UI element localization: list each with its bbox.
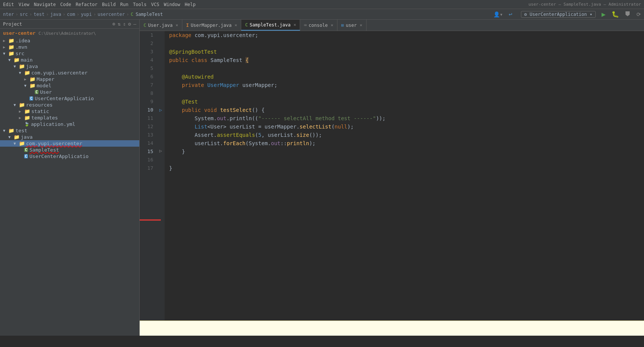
breadcrumb-java[interactable]: java [50,12,61,17]
line-num-7: 7 [140,81,156,89]
line-num-2: 2 [140,39,156,48]
tab-close-button[interactable]: ✕ [235,23,237,28]
menu-refactor[interactable]: Refactor [76,2,98,7]
breadcrumb-nter[interactable]: nter [3,12,14,17]
folder-icon: 📁 [24,115,30,121]
arrow-icon: ▶ [24,77,29,81]
menu-navigate[interactable]: Navigate [34,2,56,7]
menu-help[interactable]: Help [185,2,196,7]
c-blue-file-icon: C [24,154,28,158]
menu-window[interactable]: Window [164,2,180,7]
code-line-14: userList.forEach(System.out::println); [169,139,644,147]
tree-label: java [26,64,38,69]
tree-item-com-yupi[interactable]: ▼ 📁 com.yupi.usercenter [0,70,139,76]
c-blue-file-icon: C [29,96,33,101]
code-line-15: } [169,147,644,156]
breadcrumb-yupi[interactable]: yupi [81,12,92,17]
folder-icon: 📁 [8,51,14,56]
line-num-10: 10 [140,106,156,114]
tree-item-usercenter-app-test[interactable]: C UserCenterApplicatio [0,153,139,160]
tree-item-java-test[interactable]: ▼ 📁 java [0,134,139,140]
tab-close-button[interactable]: ✕ [360,23,362,28]
run-button[interactable]: ▶ [601,10,605,18]
code-line-13: Assert.assertEquals(5, userList.size()); [169,131,644,139]
breadcrumb-test[interactable]: test [34,12,45,17]
tree-label: application.yml [31,121,75,127]
arrow-icon: ▶ [19,109,24,113]
line-num-3: 3 [140,48,156,56]
breadcrumb-bar: nter › src › test › java › com › yupi › … [0,9,644,20]
breadcrumb-com[interactable]: com [67,12,75,17]
menu-code[interactable]: Code [60,2,71,7]
line-num-13: 13 [140,131,156,139]
tab-i-icon: I [186,23,189,28]
tree-item-java-main[interactable]: ▼ 📁 java [0,63,139,70]
tree-label: .idea [15,38,30,43]
code-line-17: } [169,164,644,172]
user-icon[interactable]: 👤▾ [493,11,503,17]
tree-item-com-yupi-test[interactable]: ▼ 📁 com.yupi.usercenter [0,140,139,147]
tree-item-templates[interactable]: ▶ 📁 templates [0,115,139,121]
tree-label: Mapper [37,76,54,82]
tree-label: com.yupi.usercenter [31,70,88,76]
menu-tools[interactable]: Tools [133,2,146,7]
console-icon: ⌨ [304,23,307,28]
more-run-actions[interactable]: ⟳ [636,11,641,17]
menu-build[interactable]: Build [102,2,116,7]
breadcrumb-sampletest[interactable]: SampleTest [136,12,163,17]
tree-item-usercenter-app[interactable]: C UserCenterApplicatio [0,95,139,102]
code-line-6: @Autowired [169,73,644,81]
tree-item-mapper[interactable]: ▶ 📁 Mapper [0,76,139,82]
run-gutter-icon-10[interactable]: ▷ [159,106,162,114]
code-editor[interactable]: 1 2 3 4 5 6 7 8 9 10 11 12 13 14 15 16 1… [140,31,644,321]
title-right: user-center – SampleTest.java – Administ… [528,2,641,7]
sidebar-settings-icon[interactable]: ⚙ [128,21,131,27]
menu-vcs[interactable]: VCS [151,2,159,7]
breadcrumb-usercenter[interactable]: usercenter [97,12,125,17]
tree-item-application-yml[interactable]: 🍃 application.yml [0,121,139,127]
tree-label: model [37,83,51,88]
tab-sampletest-java[interactable]: C SampleTest.java ✕ [241,20,300,31]
menu-view[interactable]: View [18,2,29,7]
tree-item-resources[interactable]: ▼ 📁 resources [0,102,139,108]
menu-edit[interactable]: Edit [3,2,14,7]
tree-item-idea[interactable]: ▶ 📁 .idea [0,37,139,44]
tree-label: static [31,108,49,114]
sidebar-close-icon[interactable]: — [133,21,136,27]
project-root: user-center C:\Users\Administrator\ [0,29,139,37]
tree-item-test[interactable]: ▼ 📁 test [0,127,139,134]
sidebar-scope-icon[interactable]: ⊕ [112,21,116,27]
tab-close-button[interactable]: ✕ [294,22,296,27]
tree-item-user-class[interactable]: C User [0,89,139,95]
tab-user-table[interactable]: ⊞ user ✕ [337,20,367,31]
run-config-selector[interactable]: ⚙ UserCenterApplication ▾ [521,11,596,18]
tab-console[interactable]: ⌨ console ✕ [300,20,337,31]
tab-close-button[interactable]: ✕ [331,23,333,28]
breadcrumb-src[interactable]: src [20,12,28,17]
tab-user-java[interactable]: C User.java ✕ [140,20,182,31]
arrow-icon: ▶ [19,116,24,120]
folder-icon: 📁 [24,70,30,76]
tree-label: test [15,128,27,133]
sidebar-collapse-icon[interactable]: ⇅ [118,21,121,27]
run-gutter-icon-15[interactable]: ▷ [159,147,162,155]
sidebar-sort-icon[interactable]: ⇕ [123,21,126,27]
tab-close-button[interactable]: ✕ [176,23,178,28]
tab-usermapper-java[interactable]: I UserMapper.java ✕ [182,20,241,31]
project-root-name: user-center [3,30,35,36]
arrow-icon: ▼ [3,129,8,133]
tree-item-src[interactable]: ▼ 📁 src [0,50,139,57]
tree-item-sampletest[interactable]: C SampleTest [0,147,139,153]
coverage-button[interactable]: ⛊ [625,11,631,18]
folder-icon: 📁 [8,128,14,133]
tree-item-static[interactable]: ▶ 📁 static [0,108,139,115]
debug-button[interactable]: 🐛 [612,11,619,18]
menu-run[interactable]: Run [120,2,128,7]
tree-item-mvn[interactable]: ▶ 📁 .mvn [0,44,139,50]
tree-item-model[interactable]: ▼ 📁 model [0,82,139,89]
navigation-back-icon[interactable]: ↩ [509,11,513,18]
sidebar-title: Project [3,22,22,27]
tree-item-main[interactable]: ▼ 📁 main [0,57,139,63]
tab-label: console [309,23,328,28]
project-root-path: C:\Users\Administrator\ [39,31,96,36]
